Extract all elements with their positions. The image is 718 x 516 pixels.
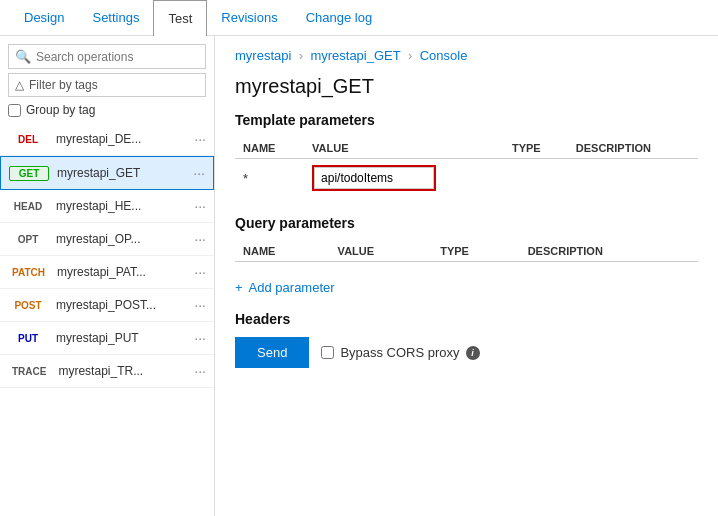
op-item-opt[interactable]: OPT myrestapi_OP... ··· xyxy=(0,223,214,256)
op-item-get[interactable]: GET myrestapi_GET ··· xyxy=(0,156,214,190)
op-name-opt: myrestapi_OP... xyxy=(56,232,186,246)
tab-test[interactable]: Test xyxy=(153,0,207,36)
op-menu-head[interactable]: ··· xyxy=(194,198,206,214)
search-box[interactable]: 🔍 xyxy=(8,44,206,69)
method-badge-head: HEAD xyxy=(8,200,48,213)
filter-row[interactable]: △ Filter by tags xyxy=(8,73,206,97)
op-name-trace: myrestapi_TR... xyxy=(58,364,186,378)
main-layout: 🔍 △ Filter by tags Group by tag DEL myre… xyxy=(0,36,718,516)
method-badge-get: GET xyxy=(9,166,49,181)
op-item-del[interactable]: DEL myrestapi_DE... ··· xyxy=(0,123,214,156)
qcol-type: TYPE xyxy=(432,241,519,262)
param-type-cell xyxy=(504,159,568,198)
op-item-put[interactable]: PUT myrestapi_PUT ··· xyxy=(0,322,214,355)
filter-label: Filter by tags xyxy=(29,78,98,92)
col-value: VALUE xyxy=(304,138,504,159)
breadcrumb-sep1: › xyxy=(299,48,303,63)
filter-icon: △ xyxy=(15,78,24,92)
op-item-head[interactable]: HEAD myrestapi_HE... ··· xyxy=(0,190,214,223)
qcol-value: VALUE xyxy=(330,241,433,262)
tab-revisions[interactable]: Revisions xyxy=(207,0,291,36)
breadcrumb-api: myrestapi xyxy=(235,48,291,63)
op-menu-opt[interactable]: ··· xyxy=(194,231,206,247)
template-params-title: Template parameters xyxy=(235,112,698,128)
tab-settings[interactable]: Settings xyxy=(78,0,153,36)
group-row: Group by tag xyxy=(8,103,206,117)
param-name-cell: * xyxy=(235,159,304,198)
group-by-tag-checkbox[interactable] xyxy=(8,104,21,117)
op-name-head: myrestapi_HE... xyxy=(56,199,186,213)
sidebar: 🔍 △ Filter by tags Group by tag DEL myre… xyxy=(0,36,215,516)
col-type: TYPE xyxy=(504,138,568,159)
op-menu-del[interactable]: ··· xyxy=(194,131,206,147)
col-description: DESCRIPTION xyxy=(568,138,698,159)
param-value-input[interactable] xyxy=(314,167,434,189)
bypass-cors-checkbox[interactable] xyxy=(321,346,334,359)
send-row: Send Bypass CORS proxy i xyxy=(235,337,698,368)
op-menu-trace[interactable]: ··· xyxy=(194,363,206,379)
qcol-description: DESCRIPTION xyxy=(520,241,698,262)
method-badge-opt: OPT xyxy=(8,233,48,246)
breadcrumb-operation: myrestapi_GET xyxy=(310,48,400,63)
method-badge-del: DEL xyxy=(8,133,48,146)
op-name-patch: myrestapi_PAT... xyxy=(57,265,186,279)
op-name-post: myrestapi_POST... xyxy=(56,298,186,312)
op-menu-put[interactable]: ··· xyxy=(194,330,206,346)
group-by-tag-label: Group by tag xyxy=(26,103,95,117)
plus-icon: + xyxy=(235,280,243,295)
info-icon: i xyxy=(466,346,480,360)
headers-title: Headers xyxy=(235,311,698,327)
query-params-title: Query parameters xyxy=(235,215,698,231)
tab-changelog[interactable]: Change log xyxy=(292,0,387,36)
breadcrumb-console: Console xyxy=(420,48,468,63)
op-menu-patch[interactable]: ··· xyxy=(194,264,206,280)
send-button[interactable]: Send xyxy=(235,337,309,368)
op-name-get: myrestapi_GET xyxy=(57,166,185,180)
bypass-cors-row: Bypass CORS proxy i xyxy=(321,345,479,360)
method-badge-patch: PATCH xyxy=(8,266,49,279)
param-value-cell[interactable] xyxy=(304,159,504,198)
search-icon: 🔍 xyxy=(15,49,31,64)
method-badge-trace: TRACE xyxy=(8,365,50,378)
search-input[interactable] xyxy=(36,50,199,64)
top-navigation: Design Settings Test Revisions Change lo… xyxy=(0,0,718,36)
value-highlight-box xyxy=(312,165,436,191)
op-item-trace[interactable]: TRACE myrestapi_TR... ··· xyxy=(0,355,214,388)
bypass-cors-label: Bypass CORS proxy xyxy=(340,345,459,360)
op-menu-get[interactable]: ··· xyxy=(193,165,205,181)
tab-design[interactable]: Design xyxy=(10,0,78,36)
op-item-patch[interactable]: PATCH myrestapi_PAT... ··· xyxy=(0,256,214,289)
query-params-table: NAME VALUE TYPE DESCRIPTION xyxy=(235,241,698,262)
content-area: myrestapi › myrestapi_GET › Console myre… xyxy=(215,36,718,516)
op-item-post[interactable]: POST myrestapi_POST... ··· xyxy=(0,289,214,322)
add-param-label: Add parameter xyxy=(249,280,335,295)
op-menu-post[interactable]: ··· xyxy=(194,297,206,313)
breadcrumb-sep2: › xyxy=(408,48,412,63)
qcol-name: NAME xyxy=(235,241,330,262)
op-name-put: myrestapi_PUT xyxy=(56,331,186,345)
method-badge-post: POST xyxy=(8,299,48,312)
breadcrumb: myrestapi › myrestapi_GET › Console xyxy=(235,48,698,63)
page-title: myrestapi_GET xyxy=(235,75,698,98)
op-name-del: myrestapi_DE... xyxy=(56,132,186,146)
method-badge-put: PUT xyxy=(8,332,48,345)
table-row: * xyxy=(235,159,698,198)
template-params-table: NAME VALUE TYPE DESCRIPTION * xyxy=(235,138,698,197)
col-name: NAME xyxy=(235,138,304,159)
add-param-button[interactable]: + Add parameter xyxy=(235,280,698,295)
sidebar-list: DEL myrestapi_DE... ··· GET myrestapi_GE… xyxy=(0,123,214,516)
param-desc-cell xyxy=(568,159,698,198)
